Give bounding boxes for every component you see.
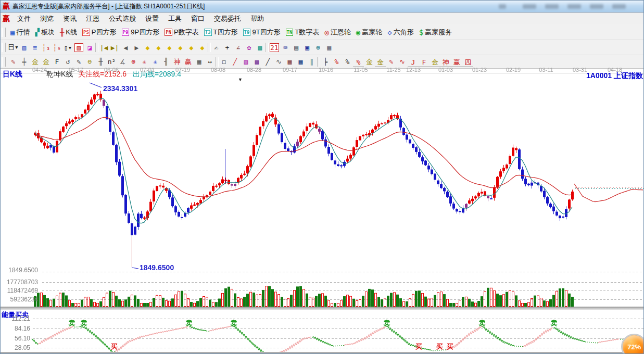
gann-diamond-h[interactable]: ◆ <box>164 42 175 53</box>
gold-grid-tool[interactable]: 金 <box>30 57 41 67</box>
info-panel-tool[interactable]: ≡ <box>30 42 41 53</box>
calendar-tool[interactable]: 21 <box>270 43 279 52</box>
marker-tool[interactable]: ✎ <box>73 57 84 67</box>
angle-ruler-tool[interactable]: ∡ <box>117 57 128 67</box>
calculator-tool[interactable]: ⌨ <box>280 42 291 53</box>
toolbar-grip[interactable] <box>2 57 6 67</box>
menu-file[interactable]: 文件 <box>12 13 35 24</box>
gann-grid-tool[interactable]: ▩ <box>255 42 266 53</box>
f-ruler-tool[interactable]: F <box>52 57 62 67</box>
grid-ruler-tool[interactable]: ╪ <box>19 57 30 67</box>
wave-tool[interactable]: ∿ <box>273 57 284 67</box>
web-red-tool[interactable]: ✳ <box>139 57 150 67</box>
angle-tool[interactable]: ∠ <box>233 42 244 53</box>
f-angle-tool[interactable]: F <box>419 58 430 67</box>
menu-trade-orders[interactable]: 交易委托 <box>209 13 246 24</box>
step-forward-button[interactable]: ▶ <box>131 42 142 53</box>
percent-tool[interactable]: % <box>342 57 353 67</box>
kline-button[interactable]: ╫ K线 <box>57 27 80 37</box>
grid-123-tool[interactable]: ▦ <box>194 57 205 67</box>
toolbar-grip[interactable] <box>2 43 6 52</box>
zoom-region-tool[interactable]: ▧ <box>19 42 30 53</box>
gann-diamond-right[interactable]: ◆ <box>153 42 164 53</box>
web-tool[interactable]: ⊕ <box>313 42 324 53</box>
scale-tool[interactable]: ╞ <box>320 57 331 67</box>
print-tool[interactable]: ▦ <box>324 42 335 53</box>
n-square-tool[interactable]: n² <box>106 57 117 67</box>
crosshair-tool[interactable]: + <box>222 42 233 53</box>
j-angle-tool[interactable]: J <box>408 58 419 67</box>
gann-diamond-star[interactable]: ◆ <box>186 42 197 53</box>
comb-ruler-tool[interactable]: ╫ <box>95 57 106 67</box>
bars-tool[interactable]: ╢ <box>161 57 172 67</box>
circle-ruler-tool[interactable]: ⊖ <box>84 57 95 67</box>
menu-formula-picker[interactable]: 公式选股 <box>104 13 141 24</box>
chart-9-tool[interactable]: ┆₉ <box>52 42 62 53</box>
toolbar-grip[interactable] <box>2 28 6 37</box>
gold-line-tool[interactable]: 金 <box>375 58 386 67</box>
span-tool[interactable]: ↔ <box>205 57 216 67</box>
grid-blue-tool[interactable]: ▦ <box>295 57 306 67</box>
percent-line-tool[interactable]: % <box>353 58 364 67</box>
hand-tool[interactable]: ✍ <box>211 42 222 53</box>
menu-gann[interactable]: 江恩 <box>81 13 104 24</box>
menu-settings[interactable]: 设置 <box>141 13 163 24</box>
gold-angle-tool[interactable]: 金 <box>430 58 440 67</box>
toolbar-separator[interactable] <box>266 43 269 52</box>
shen-grid-tool[interactable]: 神 <box>172 57 183 67</box>
bottom-scrollbar[interactable] <box>1 352 644 354</box>
trend-line-tool[interactable]: ╱ <box>262 57 273 67</box>
menu-browse[interactable]: 浏览 <box>35 13 58 24</box>
gold-circle-tool[interactable]: 金 <box>364 57 375 67</box>
gann-diamond-left[interactable]: ◆ <box>142 42 153 53</box>
four-angle-tool[interactable]: 四 <box>462 58 473 67</box>
9t-square-button[interactable]: T9 9T四方形 <box>241 27 283 37</box>
box-range-tool[interactable]: ◻ <box>219 57 230 67</box>
chevron-down-icon[interactable]: ▼ <box>238 77 243 82</box>
go-first-button[interactable]: |◀ <box>98 42 109 53</box>
volume-profile-tool[interactable]: ◪ <box>84 42 95 53</box>
percent-t-tool[interactable]: % <box>331 57 342 67</box>
gann-diamond-hv[interactable]: ◆ <box>175 42 186 53</box>
win-grid-tool[interactable]: 赢 <box>183 57 194 67</box>
channel-tool[interactable]: ∿ <box>397 57 408 67</box>
sectors-button[interactable]: ▞ 板块 <box>32 27 57 37</box>
gann-diamond-all[interactable]: ◆ <box>197 42 208 53</box>
go-last-button[interactable]: ▶| <box>109 42 120 53</box>
web-box-tool[interactable]: ▩ <box>251 57 262 67</box>
gann-flower-tool[interactable]: ✿ <box>244 42 255 53</box>
gold-grid2-tool[interactable]: 金 <box>41 57 52 67</box>
brush-k-tool[interactable]: ✎ <box>386 57 397 67</box>
win-angle-tool[interactable]: 赢 <box>451 58 462 67</box>
winner-wheel-button[interactable]: ◉ 赢家轮 <box>353 27 385 37</box>
period-day-dropdown[interactable]: 日▾ <box>8 42 19 53</box>
shen-angle-tool[interactable]: 神 <box>440 58 451 67</box>
9p-square-button[interactable]: P9 9P四方形 <box>119 27 162 37</box>
target-tool[interactable]: ⊕ <box>128 57 139 67</box>
menu-news[interactable]: 资讯 <box>58 13 81 24</box>
step-back-button[interactable]: ◀ <box>120 42 131 53</box>
save-tool[interactable]: ▣ <box>302 42 313 53</box>
pattern-tool[interactable]: ▨ <box>74 43 83 52</box>
winner-service-button[interactable]: $ 赢家服务 <box>416 27 454 37</box>
menu-window[interactable]: 窗口 <box>186 13 209 24</box>
t-number-table-button[interactable]: TN T数字表 <box>283 27 322 37</box>
brush-tool[interactable]: ✎ <box>8 57 19 67</box>
candle-style-dropdown[interactable]: ▯▾ <box>62 42 73 53</box>
spiral-tool[interactable]: ↺ <box>62 57 73 67</box>
menu-help[interactable]: 帮助 <box>246 13 269 24</box>
gann-wheel-button[interactable]: ◎ 江恩轮 <box>322 27 353 37</box>
web-blue-tool[interactable]: ✳ <box>150 57 161 67</box>
p-number-table-button[interactable]: PN P数字表 <box>162 27 201 37</box>
notes-tool[interactable]: ▤ <box>291 42 302 53</box>
panel-splitter[interactable] <box>1 307 644 310</box>
t-square-button[interactable]: T3 T四方形 <box>201 27 241 37</box>
chart-3-tool[interactable]: ┆₃ <box>41 42 52 53</box>
hexagon-button[interactable]: ◇ 六角形 <box>385 27 416 37</box>
slant-lines-tool[interactable]: ∥ <box>306 57 317 67</box>
p-square-button[interactable]: PS P四方形 <box>80 27 119 37</box>
menu-tools[interactable]: 工具 <box>163 13 186 24</box>
fan-lines-tool[interactable]: ╱ <box>230 57 241 67</box>
quotes-button[interactable]: ▦ 行情 <box>8 27 32 37</box>
fan-box-tool[interactable]: ▨ <box>241 57 251 67</box>
